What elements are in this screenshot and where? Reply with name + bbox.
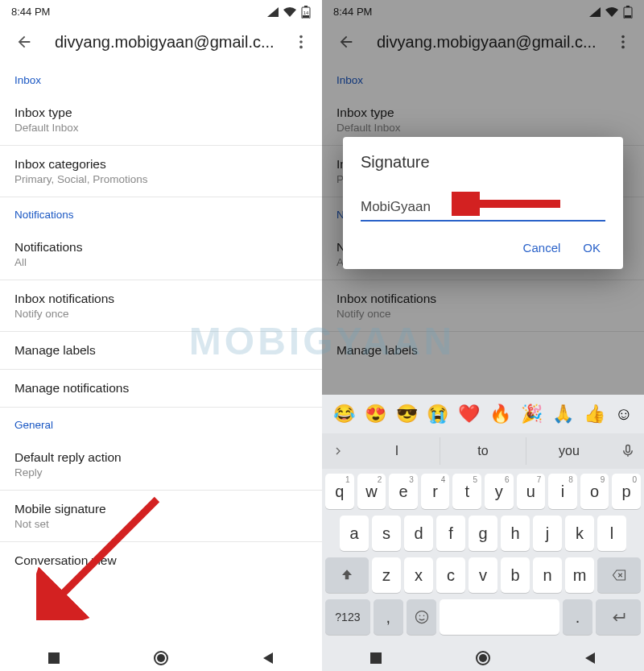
emoji-suggestion[interactable]: 🔥	[489, 404, 511, 425]
overflow-menu-button[interactable]	[285, 26, 317, 58]
letter-key-k[interactable]: k	[565, 516, 594, 551]
setting-title: Conversation view	[14, 553, 308, 568]
svg-point-20	[423, 615, 424, 617]
nav-home-button[interactable]	[151, 648, 171, 669]
setting-default-reply-action[interactable]: Default reply action Reply	[0, 439, 322, 491]
back-button[interactable]	[8, 26, 40, 58]
letter-key-x[interactable]: x	[404, 557, 433, 593]
text-suggestion-row: Itoyou	[322, 433, 644, 469]
svg-text:14: 14	[303, 10, 309, 15]
backspace-icon	[610, 568, 628, 582]
signal-icon	[267, 7, 279, 17]
emoji-suggestion[interactable]: 🙏	[552, 404, 574, 425]
letter-key-n[interactable]: n	[533, 557, 562, 593]
nav-back-button[interactable]	[258, 648, 279, 669]
setting-conversation-view[interactable]: Conversation view	[0, 542, 322, 579]
setting-inbox-categories[interactable]: Inbox categories Primary, Social, Promot…	[0, 146, 322, 197]
section-inbox: Inbox	[0, 63, 322, 94]
space-key[interactable]	[440, 599, 559, 635]
soft-keyboard[interactable]: 😂😍😎😭❤️🔥🎉🙏👍☺ Itoyou q1w2e3r4t5y6u7i8o9p0 …	[322, 395, 644, 644]
period-key[interactable]: .	[563, 599, 592, 635]
letter-key-g[interactable]: g	[469, 516, 497, 551]
emoji-suggestion[interactable]: 😍	[365, 404, 386, 425]
letter-key-d[interactable]: d	[404, 516, 433, 551]
nav-recent-button[interactable]	[365, 648, 386, 669]
setting-title: Manage labels	[14, 343, 308, 358]
emoji-suggestion[interactable]: ☺	[615, 404, 633, 425]
svg-point-5	[299, 40, 303, 43]
letter-key-s[interactable]: s	[372, 516, 401, 551]
emoji-suggestion[interactable]: 😂	[333, 404, 355, 425]
letter-key-e[interactable]: e3	[389, 474, 418, 509]
emoji-key[interactable]	[407, 599, 436, 635]
symbols-key[interactable]: ?123	[325, 599, 370, 635]
emoji-suggestion[interactable]: 👍	[584, 404, 605, 425]
emoji-suggestion[interactable]: 🎉	[521, 404, 543, 425]
setting-mobile-signature[interactable]: Mobile signature Not set	[0, 491, 322, 542]
clock: 8:44 PM	[11, 6, 50, 18]
wifi-icon	[283, 7, 296, 17]
emoji-suggestion[interactable]: 😭	[427, 404, 448, 425]
svg-rect-8	[48, 652, 60, 664]
emoji-suggestion[interactable]: 😎	[396, 404, 418, 425]
setting-notifications[interactable]: Notifications All	[0, 229, 322, 280]
svg-point-19	[419, 615, 420, 617]
letter-key-w[interactable]: w2	[357, 474, 386, 509]
letter-key-p[interactable]: p0	[612, 474, 641, 509]
letter-key-y[interactable]: y6	[485, 474, 514, 509]
letter-key-o[interactable]: o9	[580, 474, 609, 509]
letter-key-f[interactable]: f	[436, 516, 465, 551]
enter-key[interactable]	[596, 599, 641, 635]
text-suggestion[interactable]: to	[440, 437, 526, 465]
setting-subtitle: Primary, Social, Promotions	[14, 173, 308, 185]
expand-suggestions-button[interactable]	[322, 445, 354, 458]
section-general: General	[0, 408, 322, 439]
svg-point-10	[157, 654, 165, 662]
setting-manage-notifications[interactable]: Manage notifications	[0, 370, 322, 408]
smiley-icon	[414, 609, 430, 625]
letter-key-v[interactable]: v	[469, 557, 497, 593]
dialog-title: Signature	[361, 153, 605, 172]
setting-inbox-type[interactable]: Inbox type Default Inbox	[0, 94, 322, 146]
letter-key-l[interactable]: l	[597, 516, 626, 551]
letter-key-z[interactable]: z	[372, 557, 401, 593]
setting-manage-labels[interactable]: Manage labels	[0, 332, 322, 370]
signature-input[interactable]	[361, 196, 605, 222]
shift-key[interactable]	[325, 557, 369, 593]
text-suggestion[interactable]: you	[526, 437, 612, 465]
letter-key-t[interactable]: t5	[452, 474, 481, 509]
status-icons: 14	[267, 6, 311, 19]
emoji-suggestion-row: 😂😍😎😭❤️🔥🎉🙏👍☺	[322, 395, 644, 433]
letter-key-a[interactable]: a	[340, 516, 369, 551]
nav-recent-button[interactable]	[43, 648, 64, 669]
voice-input-button[interactable]	[612, 444, 644, 458]
setting-subtitle: Reply	[14, 466, 308, 478]
nav-back-button[interactable]	[580, 648, 601, 669]
nav-home-button[interactable]	[473, 648, 493, 669]
signature-dialog: Signature Cancel OK	[343, 137, 623, 269]
letter-key-u[interactable]: u7	[517, 474, 546, 509]
letter-key-i[interactable]: i8	[548, 474, 577, 509]
setting-title: Inbox categories	[14, 157, 308, 172]
setting-title: Manage notifications	[14, 381, 308, 396]
letter-key-c[interactable]: c	[436, 557, 465, 593]
letter-key-r[interactable]: r4	[421, 474, 450, 509]
letter-key-m[interactable]: m	[565, 557, 594, 593]
setting-title: Inbox type	[14, 106, 308, 120]
letter-key-j[interactable]: j	[533, 516, 562, 551]
setting-title: Default reply action	[14, 450, 308, 465]
svg-point-23	[479, 654, 487, 662]
backspace-key[interactable]	[597, 557, 641, 593]
svg-rect-2	[303, 15, 309, 18]
letter-key-b[interactable]: b	[501, 557, 530, 593]
dialog-ok-button[interactable]: OK	[583, 241, 601, 255]
comma-key[interactable]: ,	[374, 599, 403, 635]
dialog-cancel-button[interactable]: Cancel	[523, 241, 561, 255]
setting-subtitle: Not set	[14, 518, 308, 530]
setting-inbox-notifications[interactable]: Inbox notifications Notify once	[0, 280, 322, 332]
text-suggestion[interactable]: I	[354, 437, 440, 465]
letter-key-h[interactable]: h	[501, 516, 530, 551]
emoji-suggestion[interactable]: ❤️	[458, 404, 480, 425]
letter-key-q[interactable]: q1	[325, 474, 354, 509]
status-bar: 8:44 PM 14	[0, 0, 322, 21]
